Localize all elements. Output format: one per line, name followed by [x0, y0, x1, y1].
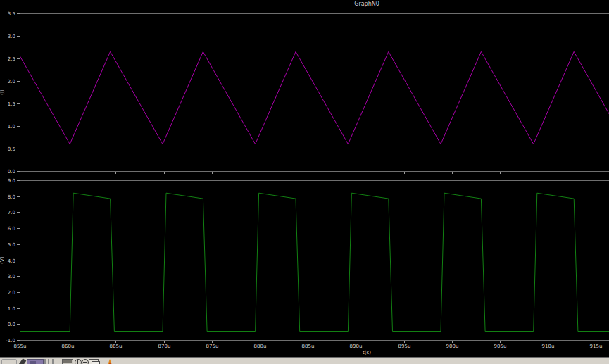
y-tick-label: 2.0 [8, 79, 15, 84]
x-tick-label: 865u [110, 344, 123, 349]
toolbar-button[interactable] [1, 359, 17, 364]
x-tick-label: 890u [350, 344, 363, 349]
zoom-out-icon[interactable] [82, 359, 89, 364]
y-tick-label: 1.5 [8, 101, 15, 107]
triangle-wave-trace [20, 51, 609, 144]
x-tick-label: 915u [590, 344, 603, 349]
document-thumbnail-button[interactable] [27, 359, 44, 364]
x-tick-label: 875u [206, 344, 219, 349]
y-tick-label: 4.0 [8, 258, 15, 264]
square-wave-trace [20, 193, 609, 331]
x-axis-title: t(s) [363, 350, 371, 356]
waveform-plot-area: 3.53.02.52.01.51.00.50.0(I)9.08.07.06.05… [0, 0, 609, 364]
pen-icon[interactable] [19, 358, 27, 364]
x-tick-label: 860u [62, 344, 75, 349]
y-tick-label: 0.0 [8, 169, 15, 175]
y-tick-label: -1.0 [6, 338, 15, 344]
graph-window: GraphN0 3.53.02.52.01.51.00.50.0(I)9.08.… [0, 0, 609, 364]
toolbar-separator [118, 359, 118, 364]
x-tick-label: 910u [542, 344, 555, 349]
faint-text-marks [44, 359, 57, 364]
x-tick-label: 885u [302, 344, 315, 349]
x-tick-label: 855u [14, 344, 27, 349]
y-axis-title: (V) [0, 256, 5, 264]
y-tick-label: 5.0 [8, 242, 15, 248]
y-tick-label: 3.0 [8, 274, 15, 280]
y-tick-label: 0.5 [8, 146, 15, 152]
monitor-icon[interactable] [62, 359, 73, 364]
x-tick-label: 900u [446, 344, 459, 349]
bottom-toolbar [0, 357, 609, 364]
y-tick-label: 0.0 [8, 322, 15, 327]
y-axis-title: (I) [0, 89, 5, 95]
flame-icon[interactable] [107, 359, 113, 364]
x-tick-label: 880u [254, 344, 267, 349]
y-tick-label: 1.0 [8, 124, 15, 130]
x-tick-label: 905u [494, 344, 507, 349]
cascade-windows-icon[interactable] [89, 359, 99, 364]
y-tick-label: 8.0 [8, 194, 15, 200]
y-tick-label: 3.5 [8, 11, 15, 17]
y-tick-label: 9.0 [8, 178, 15, 184]
y-tick-label: 6.0 [8, 226, 15, 232]
x-tick-label: 870u [158, 344, 171, 349]
x-tick-label: 895u [398, 344, 411, 349]
y-tick-label: 2.5 [8, 56, 15, 62]
y-tick-label: 3.0 [8, 34, 15, 39]
y-tick-label: 1.0 [8, 306, 15, 312]
zoom-in-icon[interactable] [75, 359, 82, 364]
y-tick-label: 2.0 [8, 290, 15, 296]
y-tick-label: 7.0 [8, 210, 15, 215]
